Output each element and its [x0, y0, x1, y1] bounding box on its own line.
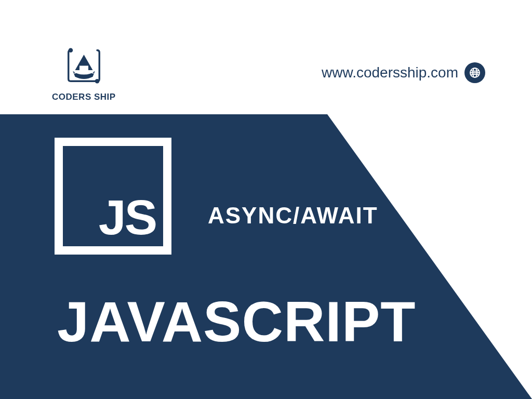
- hero-panel: JS ASYNC/AWAIT: [0, 114, 532, 399]
- js-badge: JS: [55, 138, 171, 255]
- header: CODERS SHIP www.codersship.com: [0, 0, 532, 114]
- js-badge-text: JS: [99, 193, 156, 242]
- svg-point-0: [69, 48, 73, 52]
- brand-logo: CODERS SHIP: [52, 44, 116, 102]
- brand-name: CODERS SHIP: [52, 92, 116, 102]
- topic-heading: ASYNC/AWAIT: [208, 203, 378, 229]
- globe-icon: [464, 62, 485, 83]
- hero-content: JS ASYNC/AWAIT: [55, 138, 171, 255]
- svg-point-1: [95, 79, 100, 84]
- ship-logo-icon: [62, 44, 106, 88]
- website-url-section: www.codersship.com: [322, 62, 485, 83]
- language-heading: JAVASCRIPT: [57, 288, 416, 354]
- website-url: www.codersship.com: [322, 64, 458, 81]
